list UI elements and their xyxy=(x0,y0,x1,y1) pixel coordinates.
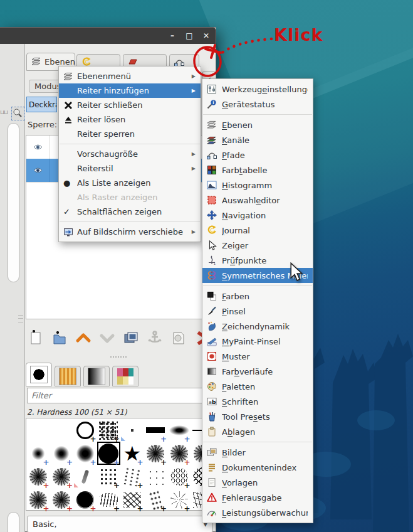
raise-layer-button[interactable] xyxy=(74,327,93,349)
menu-item-mypaint-pinsel[interactable]: MyPaint-Pinsel xyxy=(202,334,313,349)
menu-item-kan-le[interactable]: Kanäle xyxy=(202,132,313,147)
brush-cell-soft2[interactable]: + xyxy=(50,442,74,465)
brush-cell-bar[interactable]: + xyxy=(144,418,168,442)
menu-item-ger-testatus[interactable]: iGerätestatus xyxy=(202,97,313,112)
menu-item-tool-presets[interactable]: Tool Presets xyxy=(202,409,313,424)
brush-cell-chaos[interactable]: + xyxy=(97,418,121,442)
mouse-cursor xyxy=(287,262,306,282)
menu-item-leistungs-berwachung[interactable]: Leistungsüberwachung xyxy=(202,505,313,520)
filter-input[interactable] xyxy=(27,388,213,403)
mini-tab-palettes[interactable] xyxy=(112,366,139,386)
brush-cell-hatch[interactable]: + xyxy=(120,488,144,511)
brush-cell-dot[interactable] xyxy=(120,418,144,442)
menu-item-reiterstil[interactable]: Reiterstil▶ xyxy=(59,161,201,176)
minimize-button[interactable]: – xyxy=(165,29,180,42)
brush-cell-vdots[interactable]: + xyxy=(144,488,168,511)
menu-item-reiter-sperren[interactable]: Reiter sperren xyxy=(59,127,201,141)
menu-item-schriften[interactable]: abSchriften xyxy=(202,394,313,409)
brush-cell-scrib[interactable]: + xyxy=(97,488,121,511)
tag-combo[interactable]: Basic, ▾ xyxy=(27,516,213,532)
brush-cell-burst[interactable]: + xyxy=(167,488,191,511)
brush-cell-cells[interactable]: + xyxy=(167,465,191,488)
brush-cell-soft3[interactable]: + xyxy=(73,442,97,465)
menu-item-auswahleditor[interactable]: Auswahleditor xyxy=(202,193,313,208)
menu-item-pfade[interactable]: Pfade xyxy=(202,147,313,162)
zoom-tool-icon[interactable] xyxy=(11,107,25,120)
menu-item-bilder[interactable]: Bilder xyxy=(202,445,313,460)
brush-cell-dots[interactable]: + xyxy=(97,465,121,488)
menu-item-zeiger[interactable]: Zeiger xyxy=(202,238,313,253)
colors-icon xyxy=(207,291,217,301)
brush-cell-empty[interactable] xyxy=(26,418,50,442)
brush-cell-sparse[interactable] xyxy=(144,465,168,488)
menu-item-farbverl-ufe[interactable]: Farbverläufe xyxy=(202,364,313,379)
brush-cell-soft1[interactable]: + xyxy=(26,442,50,465)
menu-item-ebenenmen-[interactable]: Ebenenmenü▶ xyxy=(59,69,201,83)
menu-item-reiter-hinzuf-gen[interactable]: Reiter hinzufügen▶ xyxy=(59,83,201,98)
submenu-arrow-icon: ▶ xyxy=(192,151,196,157)
mini-tab-patterns[interactable] xyxy=(55,366,81,386)
menu-item-schaltfl-chen-zeigen[interactable]: ✓Schaltflächen zeigen xyxy=(59,205,201,219)
menu-separator xyxy=(60,221,200,222)
brush-cell-tex1[interactable]: + xyxy=(26,488,50,511)
menu-item-pinsel[interactable]: Pinsel xyxy=(202,304,313,319)
splitter-grip[interactable] xyxy=(110,356,127,361)
brush-cell-star[interactable]: ★+ xyxy=(120,442,144,465)
menu-item-journal[interactable]: Journal xyxy=(202,223,313,238)
menu-item-label: Reiter sperren xyxy=(77,129,196,139)
brush-cell-ring[interactable]: + xyxy=(73,418,97,442)
menu-item-histogramm[interactable]: Histogramm xyxy=(202,178,313,193)
mini-tab-brushes[interactable] xyxy=(26,363,52,386)
menu-item-reiter-schlie-en[interactable]: Reiter schließen xyxy=(59,98,201,112)
menu-item-ebenen[interactable]: Ebenen xyxy=(202,117,313,132)
brush-cell-hard-selected[interactable]: + xyxy=(97,442,121,465)
opacity-spinbox[interactable]: Deckkra xyxy=(26,97,57,112)
brush-plus-mark: + xyxy=(66,505,73,513)
eye-icon xyxy=(33,144,43,151)
menu-item-vorlagen[interactable]: Vorlagen xyxy=(202,475,313,490)
menu-item-als-liste-anzeigen[interactable]: ●Als Liste anzeigen xyxy=(59,176,201,190)
new-group-button[interactable] xyxy=(50,327,69,349)
menu-item-dokumentenindex[interactable]: Dokumentenindex xyxy=(202,460,313,475)
brush-cell-tex2[interactable]: + xyxy=(50,488,74,511)
clipboard-icon xyxy=(207,427,217,437)
mini-tab-gradients[interactable] xyxy=(83,366,110,386)
vertical-scrollbar[interactable] xyxy=(8,123,19,282)
menu-item-farbtabelle[interactable]: Farbtabelle xyxy=(202,162,313,178)
merge-button[interactable] xyxy=(169,327,188,349)
menu-item-muster[interactable]: Muster xyxy=(202,349,313,364)
menu-item-vorschaugr-e[interactable]: Vorschaugröße▶ xyxy=(59,147,201,161)
titlebar[interactable]: – □ ✕ xyxy=(0,28,216,44)
menu-item-reiter-l-sen[interactable]: Reiter lösen xyxy=(59,112,201,127)
visibility-toggle[interactable] xyxy=(26,159,50,182)
visibility-toggle[interactable] xyxy=(26,136,50,159)
menu-item-ablagen[interactable]: Ablagen xyxy=(202,424,313,439)
tab-context-menu: Ebenenmenü▶Reiter hinzufügen▶Reiter schl… xyxy=(58,66,201,242)
brush-cell-splat1[interactable]: + xyxy=(144,442,168,465)
menu-item-werkzeugeinstellungen[interactable]: Werkzeugeinstellungen xyxy=(202,82,313,97)
brush-cell-blob[interactable]: + xyxy=(50,465,74,488)
brush-cell-gradcircle[interactable]: + xyxy=(73,488,97,511)
anchor-button[interactable] xyxy=(145,327,164,349)
menu-item-paletten[interactable]: Paletten xyxy=(202,379,313,394)
menu-item-navigation[interactable]: Navigation xyxy=(202,208,313,223)
menu-item-als-raster-anzeigen[interactable]: Als Raster anzeigen xyxy=(59,190,201,205)
menu-item-label: Ebenen xyxy=(222,120,308,130)
brush-cell-splat2[interactable]: + xyxy=(167,442,191,465)
new-layer-button[interactable] xyxy=(26,327,45,349)
menu-item-fehlerausgabe[interactable]: Fehlerausgabe xyxy=(202,490,313,505)
brush-cell-stroke[interactable] xyxy=(73,465,97,488)
brush-cell-spray[interactable]: + xyxy=(26,465,50,488)
lower-layer-button[interactable] xyxy=(98,327,117,349)
menu-item-farben[interactable]: Farben xyxy=(202,289,313,304)
brush-cell-empty[interactable] xyxy=(50,418,74,442)
menu-item-zeichendynamik[interactable]: Zeichendynamik xyxy=(202,319,313,334)
duplicate-layer-button[interactable] xyxy=(122,327,140,349)
brush-cell-softellipse[interactable]: + xyxy=(167,418,191,442)
brush-cell-specks[interactable]: + xyxy=(120,465,144,488)
menu-item-auf-bildschirm-verschieben[interactable]: Auf Bildschirm verschieben▶ xyxy=(59,225,201,239)
vertical-scrollbar-lower[interactable] xyxy=(8,512,19,532)
maximize-button[interactable]: □ xyxy=(182,29,197,42)
pane-grip[interactable] xyxy=(18,315,23,322)
close-button[interactable]: ✕ xyxy=(199,29,214,42)
